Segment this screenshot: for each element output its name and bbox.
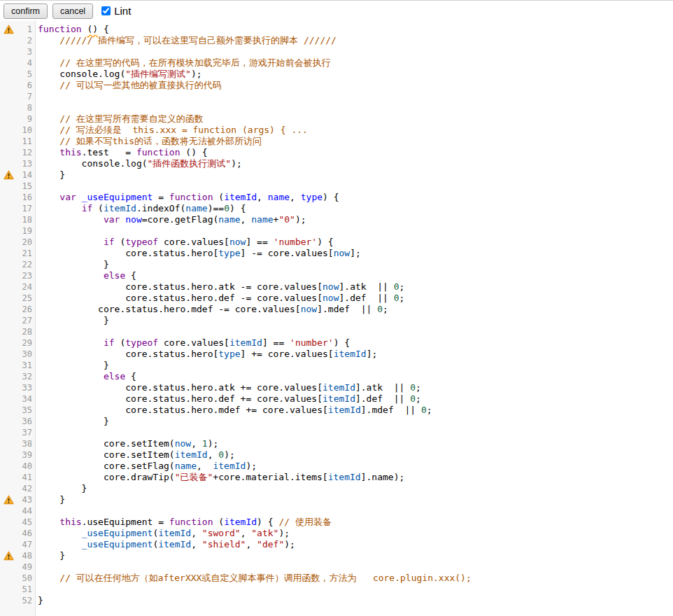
code-line[interactable]: 36 } <box>0 416 673 427</box>
gutter-marker-cell <box>0 304 14 315</box>
code-line[interactable]: 27 } <box>0 315 673 326</box>
code-line[interactable]: 46 _useEquipment(itemId, "sword", "atk")… <box>0 528 673 539</box>
code-line[interactable]: 3 <box>0 46 673 57</box>
code-line[interactable]: 51 <box>0 584 673 595</box>
code-line[interactable]: 1function () { <box>0 24 673 35</box>
code-text: _useEquipment(itemId, "shield", "def"); <box>32 539 295 550</box>
line-number: 34 <box>14 393 32 405</box>
code-line[interactable]: 38 core.setItem(now, 1); <box>0 438 673 449</box>
code-line[interactable]: 24 core.status.hero.atk -= core.values[n… <box>0 281 673 293</box>
gutter-marker-cell <box>0 281 14 293</box>
code-line[interactable]: 50 // 可以在任何地方（如afterXXX或自定义脚本事件）调用函数，方法为… <box>0 573 673 584</box>
code-line[interactable]: 8 <box>0 102 673 113</box>
gutter-marker-cell <box>0 315 14 326</box>
lint-warning-marker[interactable] <box>0 24 14 35</box>
code-line[interactable]: 17 if (itemId.indexOf(name)==0) { <box>0 203 673 214</box>
code-text: this.useEquipment = function (itemId) { … <box>32 517 332 528</box>
line-number: 12 <box>14 147 32 158</box>
gutter-marker-cell <box>0 483 14 494</box>
code-line[interactable]: 9 // 在这里写所有需要自定义的函数 <box>0 113 673 125</box>
lint-checkbox[interactable] <box>101 6 111 15</box>
code-text: } <box>32 483 87 494</box>
code-text <box>32 505 38 517</box>
code-line[interactable]: 28 <box>0 326 673 337</box>
code-text: } <box>32 494 65 505</box>
code-text: core.drawTip("已装备"+core.material.items[i… <box>32 472 404 483</box>
line-number: 2 <box>14 35 32 46</box>
gutter-marker-cell <box>0 147 14 158</box>
code-line[interactable]: 48 } <box>0 550 673 561</box>
warning-triangle-icon <box>3 170 14 180</box>
gutter-marker-cell <box>0 259 14 270</box>
code-line[interactable]: 14 } <box>0 169 673 181</box>
gutter-marker-cell <box>0 505 14 517</box>
confirm-button[interactable]: confirm <box>3 4 48 19</box>
line-number: 20 <box>14 237 32 248</box>
code-line[interactable]: 33 core.status.hero.atk += core.values[i… <box>0 382 673 393</box>
cancel-button[interactable]: cancel <box>52 4 93 19</box>
line-number: 50 <box>14 573 32 584</box>
line-number: 51 <box>14 584 32 595</box>
code-line[interactable]: 6 // 可以写一些其他的被直接执行的代码 <box>0 80 673 91</box>
code-line[interactable]: 11 // 如果不写this的话，函数将无法被外部所访问 <box>0 136 673 147</box>
code-line[interactable]: 34 core.status.hero.def += core.values[i… <box>0 393 673 405</box>
code-line[interactable]: 31 } <box>0 360 673 371</box>
lint-warning-marker[interactable] <box>0 550 14 561</box>
code-text: // 在这里写所有需要自定义的函数 <box>32 113 204 125</box>
code-line[interactable]: 19 <box>0 225 673 237</box>
code-editor[interactable]: 1function () {2 ////// 插件编写，可以在这里写自己额外需要… <box>0 21 673 616</box>
code-text: } <box>32 259 109 270</box>
code-line[interactable]: 21 core.status.hero[type] -= core.values… <box>0 248 673 259</box>
lint-toggle[interactable]: Lint <box>101 5 131 17</box>
code-line[interactable]: 23 else { <box>0 270 673 281</box>
code-line[interactable]: 40 core.setFlag(name, itemId); <box>0 461 673 472</box>
code-line[interactable]: 45 this.useEquipment = function (itemId)… <box>0 517 673 528</box>
code-line[interactable]: 47 _useEquipment(itemId, "shield", "def"… <box>0 539 673 550</box>
code-line[interactable]: 15 <box>0 181 673 192</box>
code-line[interactable]: 2 ////// 插件编写，可以在这里写自己额外需要执行的脚本 ////// <box>0 35 673 46</box>
code-line[interactable]: 30 core.status.hero[type] += core.values… <box>0 349 673 360</box>
lint-warning-marker[interactable] <box>0 494 14 505</box>
gutter-marker-cell <box>0 539 14 550</box>
line-number: 31 <box>14 360 32 371</box>
line-number: 52 <box>14 595 32 606</box>
line-number: 45 <box>14 517 32 528</box>
code-line[interactable]: 5 console.log("插件编写测试"); <box>0 69 673 80</box>
code-text: // 可以写一些其他的被直接执行的代码 <box>32 80 222 91</box>
code-line[interactable]: 35 core.status.hero.mdef += core.values[… <box>0 405 673 416</box>
code-text: core.status.hero[type] -= core.values[no… <box>32 248 361 259</box>
code-line[interactable]: 7 <box>0 91 673 102</box>
code-line[interactable]: 41 core.drawTip("已装备"+core.material.item… <box>0 472 673 483</box>
code-line[interactable]: 20 if (typeof core.values[now] == 'numbe… <box>0 237 673 248</box>
line-number: 25 <box>14 293 32 304</box>
code-text: } <box>32 416 109 427</box>
code-line[interactable]: 25 core.status.hero.def -= core.values[n… <box>0 293 673 304</box>
code-line[interactable]: 43 } <box>0 494 673 505</box>
code-text: core.status.hero.mdef -= core.values[now… <box>32 304 388 315</box>
code-line[interactable]: 32 else { <box>0 371 673 382</box>
line-number: 6 <box>14 80 32 91</box>
gutter-marker-cell <box>0 472 14 483</box>
gutter-marker-cell <box>0 438 14 449</box>
code-line[interactable]: 18 var now=core.getFlag(name, name+"0"); <box>0 214 673 225</box>
code-line[interactable]: 42 } <box>0 483 673 494</box>
gutter-marker-cell <box>0 416 14 427</box>
code-line[interactable]: 16 var _useEquipment = function (itemId,… <box>0 192 673 203</box>
code-line[interactable]: 29 if (typeof core.values[itemId] == 'nu… <box>0 337 673 349</box>
code-line[interactable]: 37 <box>0 427 673 438</box>
line-number: 14 <box>14 169 32 181</box>
code-line[interactable]: 12 this.test = function () { <box>0 147 673 158</box>
code-line[interactable]: 26 core.status.hero.mdef -= core.values[… <box>0 304 673 315</box>
gutter-marker-cell <box>0 270 14 281</box>
code-line[interactable]: 4 // 在这里写的代码，在所有模块加载完毕后，游戏开始前会被执行 <box>0 57 673 69</box>
toolbar: confirm cancel Lint <box>0 0 673 21</box>
code-line[interactable]: 44 <box>0 505 673 517</box>
code-line[interactable]: 22 } <box>0 259 673 270</box>
code-line[interactable]: 13 console.log("插件函数执行测试"); <box>0 158 673 169</box>
line-number: 18 <box>14 214 32 225</box>
code-line[interactable]: 52} <box>0 595 673 606</box>
lint-warning-marker[interactable] <box>0 169 14 181</box>
code-line[interactable]: 49 <box>0 561 673 573</box>
code-line[interactable]: 10 // 写法必须是 this.xxx = function (args) {… <box>0 125 673 136</box>
code-line[interactable]: 39 core.setItem(itemId, 0); <box>0 449 673 461</box>
